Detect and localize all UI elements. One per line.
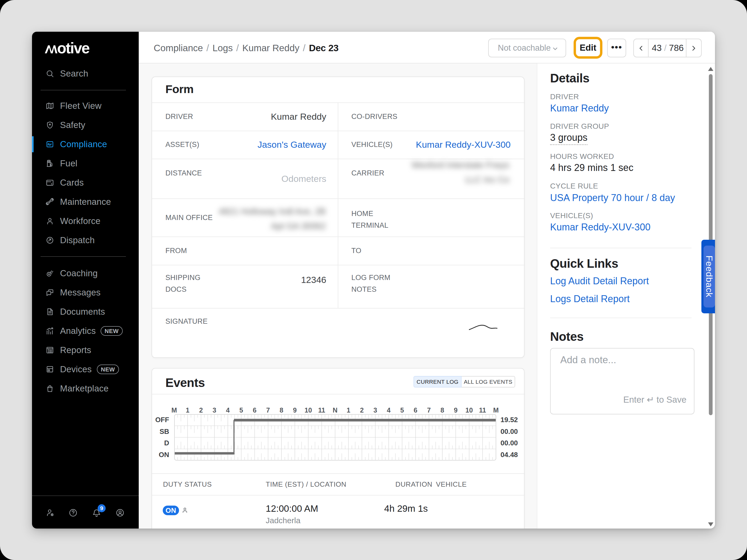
svg-text:otive: otive <box>57 40 89 56</box>
